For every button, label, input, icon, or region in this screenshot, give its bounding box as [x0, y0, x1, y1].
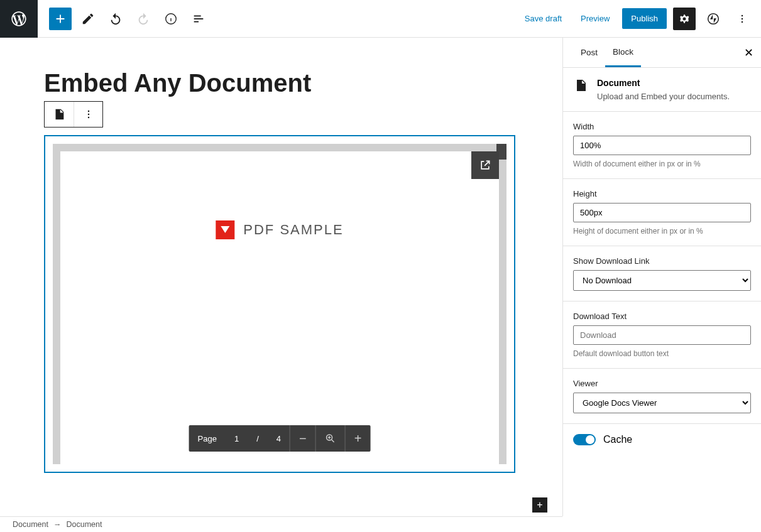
breadcrumb: Document → Document — [0, 516, 562, 532]
breadcrumb-item[interactable]: Document — [13, 520, 48, 529]
document-block-icon — [573, 78, 588, 93]
outline-button[interactable] — [187, 8, 210, 30]
viewer-select[interactable]: Google Docs Viewer — [573, 393, 751, 413]
height-label: Height — [573, 189, 751, 198]
height-help: Height of document either in px or in % — [573, 227, 751, 236]
current-page[interactable]: 1 — [226, 434, 248, 443]
width-help: Width of document either in px or in % — [573, 160, 751, 168]
svg-rect-4 — [194, 18, 204, 19]
svg-rect-3 — [194, 15, 201, 16]
tab-post[interactable]: Post — [573, 39, 605, 66]
document-viewer: PDF SAMPLE Page 1 / 4 − + — [53, 144, 506, 464]
page-label: Page — [189, 434, 226, 443]
svg-point-8 — [742, 18, 743, 19]
page-separator: / — [248, 434, 268, 443]
svg-point-7 — [742, 14, 743, 16]
pdf-icon — [216, 220, 234, 239]
info-button[interactable] — [160, 8, 182, 30]
edit-mode-button[interactable] — [77, 8, 99, 30]
viewer-label: Viewer — [573, 379, 751, 388]
height-input[interactable] — [573, 203, 751, 222]
download-text-label: Download Text — [573, 312, 751, 321]
wordpress-logo[interactable] — [0, 0, 38, 38]
svg-point-10 — [87, 111, 89, 112]
editor-canvas[interactable]: Embed Any Document PDF SAMPLE Page 1 / — [0, 38, 562, 516]
zoom-in-button[interactable]: + — [345, 425, 371, 452]
post-title[interactable]: Embed Any Document — [44, 69, 562, 97]
download-text-help: Default download button text — [573, 349, 751, 358]
more-options-button[interactable] — [731, 8, 753, 30]
download-label: Show Download Link — [573, 256, 751, 266]
undo-button[interactable] — [104, 8, 127, 30]
block-name: Document — [597, 78, 730, 88]
add-block-button[interactable] — [49, 8, 72, 30]
zoom-out-button[interactable]: − — [290, 425, 315, 452]
publish-button[interactable]: Publish — [622, 8, 667, 29]
svg-rect-5 — [194, 21, 199, 22]
block-toolbar — [44, 101, 103, 128]
save-draft-button[interactable]: Save draft — [518, 9, 568, 28]
svg-point-6 — [708, 13, 719, 24]
tab-block[interactable]: Block — [605, 38, 641, 67]
pdf-sample-heading: PDF SAMPLE — [216, 220, 343, 239]
svg-line-14 — [332, 440, 334, 442]
block-description: Upload and Embed your documents. — [597, 92, 730, 101]
zoom-reset-button[interactable] — [315, 425, 345, 452]
svg-point-12 — [87, 117, 89, 119]
document-embed-block[interactable]: PDF SAMPLE Page 1 / 4 − + — [44, 135, 515, 473]
download-text-input[interactable] — [573, 325, 751, 345]
jetpack-button[interactable] — [702, 8, 725, 30]
settings-sidebar: Post Block ✕ Document Upload and Embed y… — [562, 38, 761, 516]
block-type-icon[interactable] — [45, 102, 74, 127]
width-label: Width — [573, 122, 751, 131]
top-toolbar: Save draft Preview Publish — [0, 0, 761, 38]
svg-point-9 — [742, 21, 743, 23]
total-pages: 4 — [268, 434, 290, 443]
preview-button[interactable]: Preview — [574, 9, 616, 28]
svg-point-11 — [87, 114, 89, 116]
chevron-right-icon: → — [53, 520, 62, 529]
download-select[interactable]: No Download — [573, 270, 751, 291]
popout-icon[interactable] — [471, 151, 499, 179]
cache-label: Cache — [603, 434, 632, 445]
settings-button[interactable] — [673, 8, 696, 30]
redo-button[interactable] — [132, 8, 155, 30]
block-more-options[interactable] — [74, 102, 102, 127]
cache-toggle[interactable] — [573, 434, 596, 445]
close-sidebar-button[interactable]: ✕ — [744, 46, 753, 60]
pdf-page-controls: Page 1 / 4 − + — [189, 425, 371, 452]
width-input[interactable] — [573, 136, 751, 155]
breadcrumb-item[interactable]: Document — [66, 520, 102, 529]
add-block-floating-button[interactable]: + — [532, 497, 547, 513]
